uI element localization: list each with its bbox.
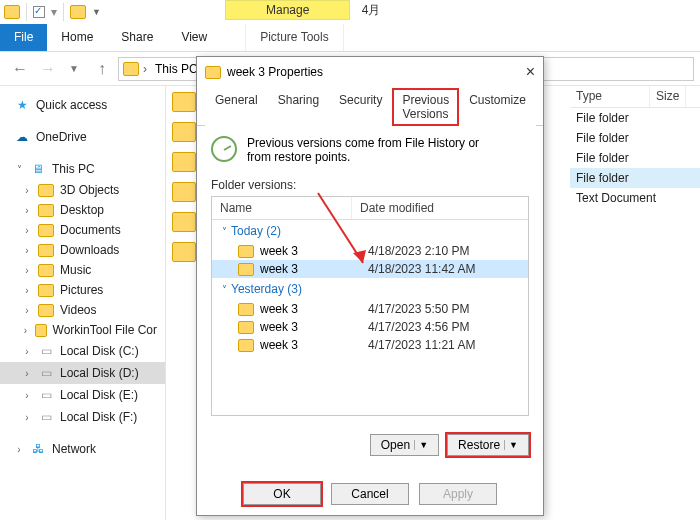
expand-icon[interactable]: ›: [22, 346, 32, 357]
col-date[interactable]: Date modified: [352, 197, 442, 219]
network-icon: 🖧: [30, 441, 46, 457]
version-group[interactable]: ˅Yesterday (3): [212, 278, 528, 300]
version-action-buttons: Open▼ Restore▼: [197, 426, 543, 456]
up-button[interactable]: ↑: [90, 57, 114, 81]
navitem-3d-objects[interactable]: ›3D Objects: [0, 180, 165, 200]
folder-icon: [38, 224, 54, 237]
close-button[interactable]: ×: [526, 63, 535, 81]
folder-icon[interactable]: [4, 5, 20, 19]
dropdown-icon[interactable]: ▾: [51, 5, 57, 19]
tab-share[interactable]: Share: [107, 24, 167, 51]
cancel-button[interactable]: Cancel: [331, 483, 409, 505]
dialog-bottom-buttons: OK Cancel Apply: [197, 483, 543, 505]
apply-button[interactable]: Apply: [419, 483, 497, 505]
navitem-local-disk-c-[interactable]: ›▭Local Disk (C:): [0, 340, 165, 362]
expand-icon[interactable]: ›: [22, 368, 32, 379]
navitem-workintool-file-cor[interactable]: ›WorkinTool File Cor: [0, 320, 165, 340]
list-item[interactable]: File folder: [570, 148, 700, 168]
col-size[interactable]: Size: [650, 86, 686, 107]
open-button[interactable]: Open▼: [370, 434, 439, 456]
contextual-tab-group: Manage 4月: [225, 0, 380, 20]
version-row[interactable]: week 34/17/2023 11:21 AM: [212, 336, 528, 354]
folder-icon: [38, 244, 54, 257]
list-item[interactable]: File folder: [570, 108, 700, 128]
expand-icon[interactable]: ›: [22, 412, 32, 423]
forward-button[interactable]: →: [34, 57, 58, 81]
navitem-local-disk-d-[interactable]: ›▭Local Disk (D:): [0, 362, 165, 384]
tab-previous-versions[interactable]: Previous Versions: [392, 88, 459, 126]
context-group-label: Manage: [225, 0, 350, 20]
navitem-desktop[interactable]: ›Desktop: [0, 200, 165, 220]
navitem-downloads[interactable]: ›Downloads: [0, 240, 165, 260]
folder-icon[interactable]: [172, 122, 196, 142]
ribbon-tabs: File Home Share View Picture Tools: [0, 24, 700, 52]
folder-icon: [38, 304, 54, 317]
folder-icon[interactable]: [172, 92, 196, 112]
expand-icon[interactable]: ›: [22, 225, 32, 236]
tab-sharing[interactable]: Sharing: [268, 88, 329, 126]
navitem-pictures[interactable]: ›Pictures: [0, 280, 165, 300]
navitem-videos[interactable]: ›Videos: [0, 300, 165, 320]
folder-icon[interactable]: [172, 182, 196, 202]
ok-button[interactable]: OK: [243, 483, 321, 505]
navitem-music[interactable]: ›Music: [0, 260, 165, 280]
restore-button[interactable]: Restore▼: [447, 434, 529, 456]
folder-icon: [38, 184, 54, 197]
navigation-pane: ★Quick access ☁OneDrive ˅🖥This PC ›3D Ob…: [0, 86, 166, 520]
navitem-documents[interactable]: ›Documents: [0, 220, 165, 240]
expand-icon[interactable]: ›: [22, 285, 32, 296]
tab-general[interactable]: General: [205, 88, 268, 126]
chevron-down-icon[interactable]: ▼: [92, 7, 101, 17]
folder-icon[interactable]: [172, 242, 196, 262]
back-button[interactable]: ←: [6, 57, 30, 81]
navitem-quick-access[interactable]: ★Quick access: [0, 94, 165, 116]
navitem-this-pc[interactable]: ˅🖥This PC: [0, 158, 165, 180]
breadcrumb-item[interactable]: This PC: [151, 62, 202, 76]
dialog-titlebar[interactable]: week 3 Properties ×: [197, 57, 543, 87]
dialog-panel: Previous versions come from File History…: [197, 126, 543, 426]
expand-icon[interactable]: ›: [14, 444, 24, 455]
tab-view[interactable]: View: [167, 24, 221, 51]
expand-icon[interactable]: ›: [22, 205, 32, 216]
expand-icon[interactable]: ˅: [14, 164, 24, 175]
tab-picture-tools[interactable]: Picture Tools: [245, 24, 343, 51]
version-row[interactable]: week 34/17/2023 4:56 PM: [212, 318, 528, 336]
list-item[interactable]: File folder: [570, 168, 700, 188]
tab-security[interactable]: Security: [329, 88, 392, 126]
folder-icon: [38, 284, 54, 297]
list-item[interactable]: Text Document: [570, 188, 700, 208]
expand-icon[interactable]: ›: [22, 305, 32, 316]
navitem-local-disk-f-[interactable]: ›▭Local Disk (F:): [0, 406, 165, 428]
tab-home[interactable]: Home: [47, 24, 107, 51]
file-type-list: File folderFile folderFile folderFile fo…: [570, 108, 700, 208]
hint-text: Previous versions come from File History…: [247, 136, 497, 164]
navitem-local-disk-e-[interactable]: ›▭Local Disk (E:): [0, 384, 165, 406]
recent-locations-button[interactable]: ▼: [62, 57, 86, 81]
navitem-network[interactable]: ›🖧Network: [0, 438, 165, 460]
cloud-icon: ☁: [14, 129, 30, 145]
folder-icon[interactable]: [172, 212, 196, 232]
version-row[interactable]: week 34/17/2023 5:50 PM: [212, 300, 528, 318]
expand-icon[interactable]: ›: [22, 185, 32, 196]
list-item[interactable]: File folder: [570, 128, 700, 148]
tab-customize[interactable]: Customize: [459, 88, 536, 126]
col-name[interactable]: Name: [212, 197, 352, 219]
expand-icon[interactable]: ›: [22, 325, 29, 336]
folder-icon: [38, 264, 54, 277]
expand-icon[interactable]: ›: [22, 390, 32, 401]
version-row[interactable]: week 34/18/2023 11:42 AM: [212, 260, 528, 278]
folder-icon[interactable]: [172, 152, 196, 172]
folder-icon[interactable]: [70, 5, 86, 19]
navitem-onedrive[interactable]: ☁OneDrive: [0, 126, 165, 148]
version-group[interactable]: ˅Today (2): [212, 220, 528, 242]
expand-icon[interactable]: ›: [22, 265, 32, 276]
col-type[interactable]: Type: [570, 86, 650, 107]
folder-icon: [123, 62, 139, 76]
expand-icon[interactable]: ›: [22, 245, 32, 256]
version-row[interactable]: week 34/18/2023 2:10 PM: [212, 242, 528, 260]
chevron-down-icon[interactable]: ▼: [504, 440, 518, 450]
chevron-down-icon[interactable]: ▼: [414, 440, 428, 450]
version-list[interactable]: Name Date modified ˅Today (2)week 34/18/…: [211, 196, 529, 416]
tab-file[interactable]: File: [0, 24, 47, 51]
checkbox-icon[interactable]: [33, 6, 45, 18]
